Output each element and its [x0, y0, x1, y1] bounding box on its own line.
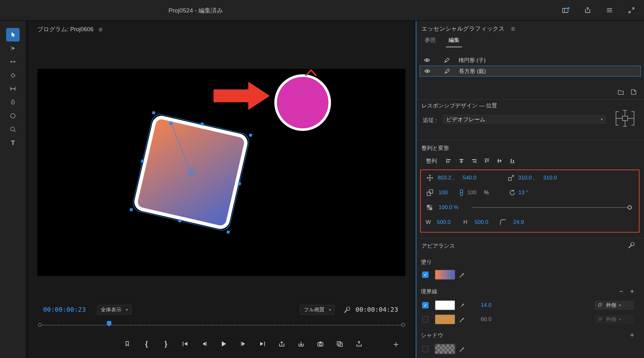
rotation-value[interactable]: 13 ° [518, 189, 528, 196]
height-value[interactable]: 500.0 [475, 219, 488, 225]
layer-row-ellipse[interactable]: 楕円形 (子) [420, 55, 641, 66]
rectangle-parent-shape[interactable] [129, 111, 252, 234]
remove-stroke-button[interactable]: − [617, 287, 625, 296]
pin-to-icon [613, 108, 637, 129]
pin-to-widget[interactable] [613, 108, 637, 129]
tab-browse[interactable]: 参照 [422, 35, 438, 47]
play-button[interactable] [219, 338, 229, 350]
new-layer-button[interactable] [629, 87, 639, 97]
link-scale-icon[interactable] [458, 189, 465, 197]
workspace-button[interactable] [560, 5, 571, 16]
stroke-width-value[interactable]: 14.0 [481, 302, 491, 308]
stroke-color-swatch[interactable] [435, 300, 455, 310]
stroke2-checkbox[interactable] [422, 316, 429, 323]
align-center-horizontal-icon [458, 158, 465, 164]
mark-out-button[interactable]: } [161, 338, 171, 350]
shadow-color-swatch[interactable] [435, 344, 455, 354]
ellipse-child-shape[interactable] [276, 76, 330, 130]
anchor-y-value[interactable]: 310.0 [543, 175, 557, 181]
stroke2-eyedropper-icon[interactable] [459, 316, 466, 323]
razor-tool-icon [9, 72, 16, 79]
track-select-tool-button[interactable] [6, 41, 20, 55]
plus-icon: + [393, 339, 399, 349]
razor-tool-button[interactable] [6, 69, 20, 82]
stroke2-align-select[interactable]: 外側 ▾ [594, 314, 635, 325]
button-editor-button[interactable]: + [390, 339, 402, 350]
scale-y-value[interactable]: 100 [467, 189, 476, 196]
annotation-caret [306, 70, 317, 76]
mark-in-button[interactable]: { [142, 338, 151, 350]
share-icon [584, 6, 592, 14]
scale-x-value[interactable]: 100 [439, 189, 448, 196]
panel-menu-icon[interactable]: ≡ [511, 25, 515, 32]
align-center-vertical-button[interactable] [495, 156, 504, 166]
shadow-eyedropper-icon[interactable] [459, 345, 466, 353]
corner-radius-value[interactable]: 24.9 [513, 219, 524, 225]
lift-button[interactable] [277, 338, 287, 350]
opacity-value[interactable]: 100.0 % [439, 204, 459, 211]
export-button[interactable] [354, 338, 364, 350]
layer-row-rectangle[interactable]: 長方形 (親) [420, 66, 641, 77]
add-marker-button[interactable] [122, 338, 132, 350]
visibility-eye-icon[interactable] [424, 68, 431, 74]
scrubber-left-handle[interactable] [38, 323, 42, 327]
go-to-out-button[interactable] [258, 338, 267, 350]
align-center-horizontal-button[interactable] [457, 156, 466, 166]
anchor-x-value[interactable]: 310.0 , [518, 175, 535, 181]
measure-tool-button[interactable] [6, 82, 20, 96]
zoom-tool-button[interactable] [6, 123, 20, 136]
add-stroke-button[interactable]: + [628, 287, 636, 296]
ripple-edit-tool-icon [9, 58, 16, 65]
monitor-settings-button[interactable] [342, 305, 352, 315]
fill-checkbox[interactable]: ✓ [422, 271, 429, 278]
ripple-edit-tool-button[interactable] [6, 55, 20, 69]
step-back-button[interactable] [200, 338, 209, 350]
tab-edit[interactable]: 編集 [446, 35, 462, 47]
ellipse-tool-button[interactable] [6, 109, 20, 123]
align-top-button[interactable] [482, 156, 492, 166]
scrubber-track[interactable] [41, 325, 402, 326]
align-left-button[interactable] [444, 156, 453, 166]
playhead-marker[interactable] [107, 321, 111, 325]
position-y-value[interactable]: 540.0 [463, 175, 477, 181]
premiere-window: Proj0524 - 編集済み [0, 0, 644, 358]
stroke-checkbox[interactable]: ✓ [422, 302, 429, 308]
extract-button[interactable] [296, 338, 306, 350]
appearance-settings-button[interactable] [627, 240, 636, 250]
current-timecode[interactable]: 00:00:00:23 [43, 306, 86, 313]
transport-controls: { } [122, 337, 364, 350]
stroke2-color-swatch[interactable] [435, 315, 455, 324]
go-to-in-button[interactable] [180, 338, 190, 350]
align-right-button[interactable] [469, 156, 479, 166]
export-frame-button[interactable] [316, 338, 325, 350]
pen-tool-button[interactable] [6, 96, 20, 109]
stroke-align-select[interactable]: 外側 ▾ [594, 300, 635, 310]
timeline-scrubber[interactable] [38, 321, 405, 328]
add-shadow-button[interactable]: + [628, 331, 636, 339]
stroke-eyedropper-icon[interactable] [459, 302, 466, 309]
shadow-checkbox[interactable] [422, 346, 429, 352]
opacity-slider-knob[interactable] [628, 206, 632, 210]
app-menu-button[interactable] [604, 5, 615, 16]
width-value[interactable]: 500.0 [437, 219, 451, 225]
follow-select[interactable]: ビデオフレーム ▾ [442, 114, 607, 125]
align-bottom-button[interactable] [507, 156, 517, 166]
fill-eyedropper-icon[interactable] [459, 271, 466, 278]
video-canvas[interactable] [37, 69, 405, 276]
visibility-eye-icon[interactable] [424, 57, 430, 63]
position-x-value[interactable]: 803.2 , [438, 175, 454, 181]
selection-tool-button[interactable] [6, 28, 20, 41]
step-forward-button[interactable] [238, 338, 248, 350]
fullscreen-button[interactable] [626, 5, 637, 16]
playback-quality-select[interactable]: フル画質 ▾ [300, 305, 335, 315]
zoom-level-select[interactable]: 全体表示 ▾ [97, 305, 131, 315]
fill-color-swatch[interactable] [435, 270, 455, 280]
type-tool-button[interactable]: T [6, 136, 20, 150]
scrubber-right-handle[interactable] [401, 323, 405, 327]
comparison-view-button[interactable] [335, 338, 345, 350]
new-folder-button[interactable] [616, 87, 626, 97]
panel-menu-icon[interactable]: ≡ [99, 26, 102, 33]
stroke2-width-value[interactable]: 60.0 [481, 316, 491, 323]
share-button[interactable] [582, 5, 593, 16]
opacity-slider-track[interactable] [472, 207, 630, 208]
